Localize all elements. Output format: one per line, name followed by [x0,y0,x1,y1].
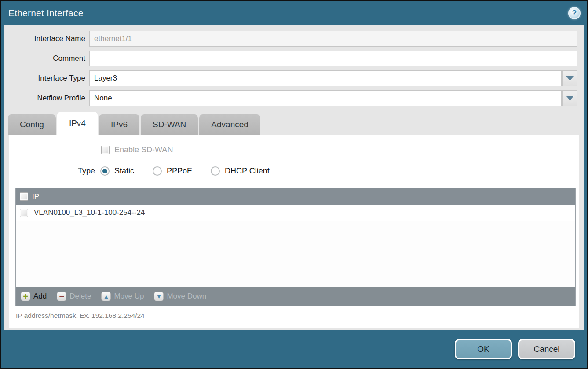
interface-name-field [89,31,577,47]
delete-icon: − [57,292,66,301]
dialog-titlebar: Ethernet Interface ? [1,1,587,25]
add-button[interactable]: + Add [21,292,47,301]
tab-bar: Config IPv4 IPv6 SD-WAN Advanced [4,110,584,135]
interface-type-label: Interface Type [4,74,89,83]
move-up-button[interactable]: ▲ Move Up [101,292,144,301]
netflow-profile-row: Netflow Profile [4,90,577,106]
interface-type-row: Interface Type [4,70,577,86]
comment-field[interactable] [89,51,577,66]
move-down-icon: ▼ [154,292,164,301]
dialog-body: Interface Name Comment Interface Type [4,25,584,330]
chevron-down-icon [566,76,574,81]
tab-ipv4[interactable]: IPv4 [57,112,98,135]
radio-icon-static[interactable] [100,166,110,176]
comment-row: Comment [4,51,577,66]
type-row: Type Static PPPoE DHCP Client [9,165,579,177]
interface-name-label: Interface Name [4,34,89,43]
ok-button[interactable]: OK [455,339,512,359]
tab-ipv6[interactable]: IPv6 [99,114,139,135]
type-radio-group: Static PPPoE DHCP Client [100,166,288,176]
tab-config[interactable]: Config [8,114,56,135]
table-row[interactable]: VLAN0100_L3_10-1-100-254--24 [16,205,575,221]
ip-address-value[interactable]: VLAN0100_L3_10-1-100-254--24 [32,208,145,217]
add-icon: + [21,292,30,301]
netflow-profile-dropdown-button[interactable] [562,90,577,106]
radio-icon-dhcp-client[interactable] [211,166,220,176]
enable-sdwan-checkbox [101,146,110,154]
move-down-button-label: Move Down [167,292,206,301]
radio-label-pppoe: PPPoE [167,166,192,176]
radio-label-dhcp-client: DHCP Client [225,166,270,176]
radio-label-static: Static [114,166,134,176]
move-up-icon: ▲ [101,292,111,301]
netflow-profile-label: Netflow Profile [4,94,89,103]
move-down-button[interactable]: ▼ Move Down [154,292,206,301]
radio-option-static[interactable]: Static [100,166,134,176]
ip-table-toolbar: + Add − Delete ▲ Move Up ▼ Move Down [16,287,575,306]
netflow-profile-field[interactable] [89,90,562,106]
tab-advanced[interactable]: Advanced [199,114,260,135]
radio-icon-pppoe[interactable] [153,166,162,176]
ethernet-interface-dialog: Ethernet Interface ? Interface Name Comm… [0,0,588,369]
enable-sdwan-row: Enable SD-WAN [9,144,579,155]
dialog-title: Ethernet Interface [8,8,84,18]
form-area: Interface Name Comment Interface Type [4,25,584,110]
delete-button-label: Delete [69,292,91,301]
row-checkbox[interactable] [20,209,28,217]
ip-table-header: IP [16,188,575,205]
interface-type-field[interactable] [89,70,562,86]
select-all-checkbox[interactable] [20,192,28,201]
help-icon[interactable]: ? [568,7,581,19]
delete-button[interactable]: − Delete [57,292,91,301]
enable-sdwan-label: Enable SD-WAN [114,145,173,155]
interface-name-row: Interface Name [4,31,577,47]
type-label: Type [78,166,95,176]
cancel-button[interactable]: Cancel [518,339,575,359]
move-up-button-label: Move Up [114,292,144,301]
radio-option-pppoe[interactable]: PPPoE [153,166,192,176]
ip-address-table: IP VLAN0100_L3_10-1-100-254--24 + Add [15,188,576,306]
add-button-label: Add [33,292,47,301]
ip-format-hint: IP address/netmask. Ex. 192.168.2.254/24 [16,312,579,320]
chevron-down-icon [566,96,574,100]
dialog-footer: OK Cancel [1,330,587,368]
interface-type-dropdown-button[interactable] [562,70,577,86]
ip-table-body: VLAN0100_L3_10-1-100-254--24 [16,205,575,287]
radio-option-dhcp-client[interactable]: DHCP Client [211,166,270,176]
ip-column-header: IP [32,192,39,201]
comment-label: Comment [4,54,89,63]
tab-sdwan[interactable]: SD-WAN [141,114,198,135]
ipv4-tab-panel: Enable SD-WAN Type Static PPPoE DHCP C [9,135,579,328]
